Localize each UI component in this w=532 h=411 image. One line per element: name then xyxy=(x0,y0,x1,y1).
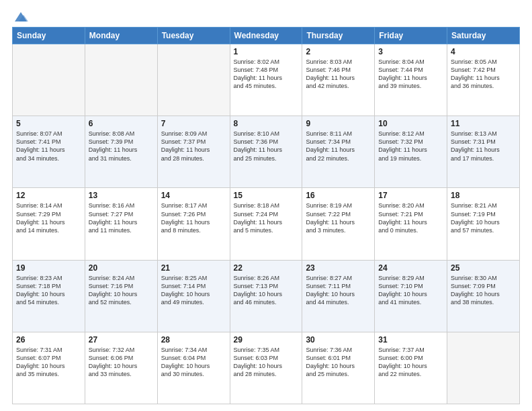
day-info: Sunrise: 7:37 AM Sunset: 6:00 PM Dayligh… xyxy=(378,346,443,379)
calendar-cell: 12Sunrise: 8:14 AM Sunset: 7:29 PM Dayli… xyxy=(13,188,85,260)
day-number: 25 xyxy=(451,263,516,273)
day-number: 15 xyxy=(234,191,299,200)
weekday-header-thursday: Thursday xyxy=(302,28,375,44)
day-info: Sunrise: 8:08 AM Sunset: 7:39 PM Dayligh… xyxy=(89,130,154,163)
page: SundayMondayTuesdayWednesdayThursdayFrid… xyxy=(0,0,532,411)
day-info: Sunrise: 8:17 AM Sunset: 7:26 PM Dayligh… xyxy=(161,201,226,234)
calendar-cell: 24Sunrise: 8:29 AM Sunset: 7:10 PM Dayli… xyxy=(375,260,447,332)
calendar-cell: 15Sunrise: 8:18 AM Sunset: 7:24 PM Dayli… xyxy=(230,188,302,260)
day-info: Sunrise: 8:20 AM Sunset: 7:21 PM Dayligh… xyxy=(378,201,443,234)
calendar-cell: 11Sunrise: 8:13 AM Sunset: 7:31 PM Dayli… xyxy=(447,116,520,188)
day-number: 4 xyxy=(451,47,516,56)
day-number: 14 xyxy=(161,191,226,200)
calendar-cell: 25Sunrise: 8:30 AM Sunset: 7:09 PM Dayli… xyxy=(447,260,520,332)
header xyxy=(12,7,520,23)
calendar-cell: 7Sunrise: 8:09 AM Sunset: 7:37 PM Daylig… xyxy=(157,116,230,188)
day-number: 29 xyxy=(234,335,299,345)
calendar-cell: 9Sunrise: 8:11 AM Sunset: 7:34 PM Daylig… xyxy=(302,116,375,188)
calendar-cell: 18Sunrise: 8:21 AM Sunset: 7:19 PM Dayli… xyxy=(447,188,520,260)
day-number: 26 xyxy=(16,335,81,345)
calendar-cell: 4Sunrise: 8:05 AM Sunset: 7:42 PM Daylig… xyxy=(447,44,520,116)
day-number: 24 xyxy=(378,263,443,273)
day-info: Sunrise: 7:35 AM Sunset: 6:03 PM Dayligh… xyxy=(234,346,299,379)
day-info: Sunrise: 8:29 AM Sunset: 7:10 PM Dayligh… xyxy=(378,274,443,307)
calendar-cell: 19Sunrise: 8:23 AM Sunset: 7:18 PM Dayli… xyxy=(13,260,85,332)
day-info: Sunrise: 8:19 AM Sunset: 7:22 PM Dayligh… xyxy=(306,201,371,234)
calendar-cell: 3Sunrise: 8:04 AM Sunset: 7:44 PM Daylig… xyxy=(375,44,447,116)
calendar-cell: 31Sunrise: 7:37 AM Sunset: 6:00 PM Dayli… xyxy=(375,332,447,404)
calendar-cell: 27Sunrise: 7:32 AM Sunset: 6:06 PM Dayli… xyxy=(85,332,157,404)
day-info: Sunrise: 8:05 AM Sunset: 7:42 PM Dayligh… xyxy=(451,58,516,91)
day-number: 22 xyxy=(234,263,299,273)
day-number: 1 xyxy=(234,47,299,56)
weekday-header-wednesday: Wednesday xyxy=(230,28,302,44)
day-info: Sunrise: 8:21 AM Sunset: 7:19 PM Dayligh… xyxy=(451,201,516,234)
calendar-cell: 6Sunrise: 8:08 AM Sunset: 7:39 PM Daylig… xyxy=(85,116,157,188)
calendar-cell: 30Sunrise: 7:36 AM Sunset: 6:01 PM Dayli… xyxy=(302,332,375,404)
calendar-cell: 5Sunrise: 8:07 AM Sunset: 7:41 PM Daylig… xyxy=(13,116,85,188)
calendar-cell: 14Sunrise: 8:17 AM Sunset: 7:26 PM Dayli… xyxy=(157,188,230,260)
calendar-cell: 26Sunrise: 7:31 AM Sunset: 6:07 PM Dayli… xyxy=(13,332,85,404)
day-number: 21 xyxy=(161,263,226,273)
week-row-2: 5Sunrise: 8:07 AM Sunset: 7:41 PM Daylig… xyxy=(13,116,520,188)
day-info: Sunrise: 8:24 AM Sunset: 7:16 PM Dayligh… xyxy=(89,274,154,307)
day-number: 28 xyxy=(161,335,226,345)
calendar-cell: 20Sunrise: 8:24 AM Sunset: 7:16 PM Dayli… xyxy=(85,260,157,332)
calendar-cell: 28Sunrise: 7:34 AM Sunset: 6:04 PM Dayli… xyxy=(157,332,230,404)
logo xyxy=(12,9,28,23)
day-number: 8 xyxy=(234,119,299,128)
day-info: Sunrise: 8:30 AM Sunset: 7:09 PM Dayligh… xyxy=(451,274,516,307)
day-info: Sunrise: 8:10 AM Sunset: 7:36 PM Dayligh… xyxy=(234,130,299,163)
day-number: 7 xyxy=(161,119,226,128)
day-number: 17 xyxy=(378,191,443,200)
day-number: 11 xyxy=(451,119,516,128)
day-number: 23 xyxy=(306,263,371,273)
day-info: Sunrise: 8:25 AM Sunset: 7:14 PM Dayligh… xyxy=(161,274,226,307)
calendar: SundayMondayTuesdayWednesdayThursdayFrid… xyxy=(12,27,520,404)
day-info: Sunrise: 8:27 AM Sunset: 7:11 PM Dayligh… xyxy=(306,274,371,307)
weekday-header-row: SundayMondayTuesdayWednesdayThursdayFrid… xyxy=(13,28,520,44)
day-info: Sunrise: 7:31 AM Sunset: 6:07 PM Dayligh… xyxy=(16,346,81,379)
day-info: Sunrise: 7:36 AM Sunset: 6:01 PM Dayligh… xyxy=(306,346,371,379)
day-number: 20 xyxy=(89,263,154,273)
day-info: Sunrise: 8:07 AM Sunset: 7:41 PM Dayligh… xyxy=(16,130,81,163)
day-number: 6 xyxy=(89,119,154,128)
calendar-cell: 21Sunrise: 8:25 AM Sunset: 7:14 PM Dayli… xyxy=(157,260,230,332)
week-row-5: 26Sunrise: 7:31 AM Sunset: 6:07 PM Dayli… xyxy=(13,332,520,404)
day-number: 12 xyxy=(16,191,81,200)
logo-icon xyxy=(13,9,28,24)
day-info: Sunrise: 8:11 AM Sunset: 7:34 PM Dayligh… xyxy=(306,130,371,163)
calendar-cell: 8Sunrise: 8:10 AM Sunset: 7:36 PM Daylig… xyxy=(230,116,302,188)
calendar-cell: 13Sunrise: 8:16 AM Sunset: 7:27 PM Dayli… xyxy=(85,188,157,260)
day-number: 16 xyxy=(306,191,371,200)
day-info: Sunrise: 8:02 AM Sunset: 7:48 PM Dayligh… xyxy=(234,58,299,91)
day-info: Sunrise: 8:13 AM Sunset: 7:31 PM Dayligh… xyxy=(451,130,516,163)
day-number: 10 xyxy=(378,119,443,128)
day-info: Sunrise: 7:34 AM Sunset: 6:04 PM Dayligh… xyxy=(161,346,226,379)
day-info: Sunrise: 8:23 AM Sunset: 7:18 PM Dayligh… xyxy=(16,274,81,307)
day-info: Sunrise: 8:26 AM Sunset: 7:13 PM Dayligh… xyxy=(234,274,299,307)
calendar-cell xyxy=(85,44,157,116)
calendar-cell: 10Sunrise: 8:12 AM Sunset: 7:32 PM Dayli… xyxy=(375,116,447,188)
day-number: 13 xyxy=(89,191,154,200)
calendar-cell: 22Sunrise: 8:26 AM Sunset: 7:13 PM Dayli… xyxy=(230,260,302,332)
day-number: 30 xyxy=(306,335,371,345)
day-info: Sunrise: 8:04 AM Sunset: 7:44 PM Dayligh… xyxy=(378,58,443,91)
day-number: 18 xyxy=(451,191,516,200)
day-number: 9 xyxy=(306,119,371,128)
weekday-header-tuesday: Tuesday xyxy=(157,28,230,44)
day-info: Sunrise: 8:18 AM Sunset: 7:24 PM Dayligh… xyxy=(234,201,299,234)
calendar-cell xyxy=(13,44,85,116)
day-info: Sunrise: 7:32 AM Sunset: 6:06 PM Dayligh… xyxy=(89,346,154,379)
week-row-1: 1Sunrise: 8:02 AM Sunset: 7:48 PM Daylig… xyxy=(13,44,520,116)
weekday-header-sunday: Sunday xyxy=(13,28,85,44)
calendar-cell: 23Sunrise: 8:27 AM Sunset: 7:11 PM Dayli… xyxy=(302,260,375,332)
calendar-cell: 16Sunrise: 8:19 AM Sunset: 7:22 PM Dayli… xyxy=(302,188,375,260)
day-number: 27 xyxy=(89,335,154,345)
calendar-cell: 29Sunrise: 7:35 AM Sunset: 6:03 PM Dayli… xyxy=(230,332,302,404)
calendar-cell xyxy=(157,44,230,116)
weekday-header-friday: Friday xyxy=(375,28,447,44)
calendar-cell: 1Sunrise: 8:02 AM Sunset: 7:48 PM Daylig… xyxy=(230,44,302,116)
day-info: Sunrise: 8:14 AM Sunset: 7:29 PM Dayligh… xyxy=(16,201,81,234)
weekday-header-monday: Monday xyxy=(85,28,157,44)
